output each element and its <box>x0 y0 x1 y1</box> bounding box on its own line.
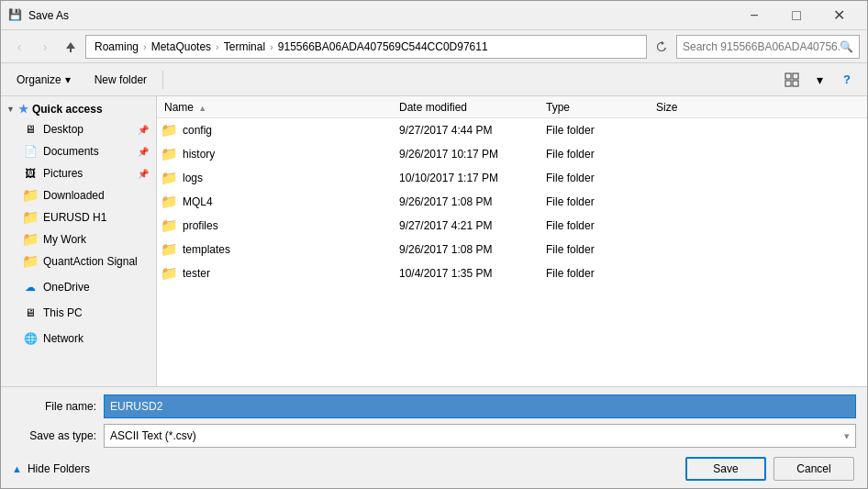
table-row[interactable]: 📁 logs 10/10/2017 1:17 PM File folder <box>157 166 867 190</box>
breadcrumb-part-roaming[interactable]: Roaming <box>92 39 141 54</box>
file-date: 9/26/2017 10:17 PM <box>399 148 546 161</box>
sidebar-item-thispc[interactable]: 🖥 This PC <box>1 302 156 324</box>
table-row[interactable]: 📁 history 9/26/2017 10:17 PM File folder <box>157 142 867 166</box>
column-date[interactable]: Date modified <box>399 101 546 114</box>
file-date: 9/26/2017 1:08 PM <box>399 243 546 256</box>
toolbar-separator <box>162 71 163 89</box>
view-arrow-icon: ▾ <box>817 72 823 87</box>
sidebar-item-eurusd[interactable]: 📁 EURUSD H1 <box>1 206 156 228</box>
sidebar-item-onedrive-label: OneDrive <box>43 281 90 294</box>
organize-label: Organize <box>17 73 61 86</box>
quick-access-label: Quick access <box>32 103 103 116</box>
savetype-value: ASCII Text (*.csv) <box>110 429 196 442</box>
refresh-button[interactable] <box>651 35 673 59</box>
maximize-button[interactable]: □ <box>775 1 818 30</box>
breadcrumb-part-hash[interactable]: 915566BA06ADA407569C544CC0D97611 <box>275 39 491 54</box>
folder-icon: 📁 <box>161 122 177 139</box>
sidebar-item-network[interactable]: 🌐 Network <box>1 328 156 350</box>
hide-folders-arrow: ▲ <box>12 463 22 474</box>
view-mode-icon <box>785 72 799 87</box>
table-row[interactable]: 📁 templates 9/26/2017 1:08 PM File folde… <box>157 238 867 261</box>
file-type: File folder <box>546 219 656 232</box>
new-folder-button[interactable]: New folder <box>86 67 155 93</box>
help-button[interactable]: ? <box>834 67 860 93</box>
sidebar-item-quantaction[interactable]: 📁 QuantAction Signal <box>1 250 156 272</box>
save-button[interactable]: Save <box>685 457 766 481</box>
search-icon: 🔍 <box>840 40 853 53</box>
folder-icon: 📁 <box>161 170 177 186</box>
file-date: 10/10/2017 1:17 PM <box>399 172 546 184</box>
sidebar-item-downloaded[interactable]: 📁 Downloaded <box>1 184 156 206</box>
sidebar-onedrive-section: ☁ OneDrive <box>1 276 156 298</box>
hide-folders-row[interactable]: ▲ Hide Folders <box>12 462 90 475</box>
filename-input[interactable] <box>104 395 856 418</box>
organize-button[interactable]: Organize ▾ <box>8 67 79 93</box>
sidebar: ▼ ★ Quick access 🖥 Desktop 📌 📄 Documents… <box>1 96 157 386</box>
folder-icon: 📁 <box>161 194 177 210</box>
file-name-text: config <box>183 124 212 137</box>
file-name-text: history <box>183 148 215 161</box>
sidebar-item-thispc-label: This PC <box>43 306 83 319</box>
file-type: File folder <box>546 124 656 137</box>
savetype-arrow: ▾ <box>844 430 850 442</box>
eurusd-icon: 📁 <box>23 210 38 225</box>
filename-row: File name: <box>12 395 856 418</box>
sidebar-item-eurusd-label: EURUSD H1 <box>43 211 106 224</box>
search-box[interactable]: 🔍 <box>676 35 860 59</box>
documents-pin-icon: 📌 <box>138 147 149 157</box>
file-type: File folder <box>546 267 656 280</box>
svg-rect-4 <box>793 81 798 86</box>
column-type[interactable]: Type <box>546 101 656 114</box>
table-row[interactable]: 📁 config 9/27/2017 4:44 PM File folder <box>157 118 867 142</box>
sidebar-item-desktop[interactable]: 🖥 Desktop 📌 <box>1 118 156 140</box>
button-row: Save Cancel <box>685 457 856 481</box>
column-name[interactable]: Name ▲ <box>161 101 399 114</box>
view-mode-button[interactable] <box>779 67 805 93</box>
bottom-panel: File name: Save as type: ASCII Text (*.c… <box>1 386 867 488</box>
table-row[interactable]: 📁 MQL4 9/26/2017 1:08 PM File folder <box>157 190 867 214</box>
file-type: File folder <box>546 243 656 256</box>
toolbar-row: Organize ▾ New folder ▾ ? <box>1 63 867 96</box>
file-date: 9/27/2017 4:44 PM <box>399 124 546 137</box>
minimize-button[interactable]: − <box>733 1 775 30</box>
table-row[interactable]: 📁 tester 10/4/2017 1:35 PM File folder <box>157 261 867 285</box>
file-list-header: Name ▲ Date modified Type Size <box>157 96 867 118</box>
cancel-button[interactable]: Cancel <box>773 457 854 481</box>
title-bar-buttons: − □ ✕ <box>733 1 860 30</box>
sidebar-item-documents-label: Documents <box>43 145 99 158</box>
file-list: Name ▲ Date modified Type Size 📁 config <box>157 96 867 386</box>
up-button[interactable] <box>60 36 82 58</box>
sidebar-quick-access-header[interactable]: ▼ ★ Quick access <box>1 100 156 118</box>
sidebar-item-pictures-label: Pictures <box>43 167 83 180</box>
desktop-icon: 🖥 <box>23 122 38 137</box>
sidebar-item-onedrive[interactable]: ☁ OneDrive <box>1 276 156 298</box>
quantaction-icon: 📁 <box>23 254 38 269</box>
hide-folders-label: Hide Folders <box>28 462 90 475</box>
file-name-text: MQL4 <box>183 195 213 208</box>
onedrive-icon: ☁ <box>23 280 38 295</box>
pictures-icon: 🖼 <box>23 166 38 181</box>
breadcrumb-part-metaquotes[interactable]: MetaQuotes <box>149 39 214 54</box>
folder-icon: 📁 <box>161 241 177 258</box>
forward-button[interactable]: › <box>34 36 56 58</box>
back-button[interactable]: ‹ <box>8 36 30 58</box>
savetype-select[interactable]: ASCII Text (*.csv) ▾ <box>104 424 856 448</box>
sidebar-item-mywork[interactable]: 📁 My Work <box>1 228 156 250</box>
address-bar[interactable]: Roaming › MetaQuotes › Terminal › 915566… <box>85 35 647 59</box>
organize-arrow: ▾ <box>65 73 71 86</box>
search-input[interactable] <box>683 40 840 53</box>
table-row[interactable]: 📁 profiles 9/27/2017 4:21 PM File folder <box>157 214 867 238</box>
file-name-text: logs <box>183 172 203 184</box>
view-controls: ▾ ? <box>779 67 860 93</box>
sidebar-item-network-label: Network <box>43 332 83 345</box>
svg-rect-0 <box>70 49 72 52</box>
column-size[interactable]: Size <box>656 101 729 114</box>
file-date: 9/26/2017 1:08 PM <box>399 195 546 208</box>
breadcrumb-part-terminal[interactable]: Terminal <box>221 39 268 54</box>
sidebar-item-documents[interactable]: 📄 Documents 📌 <box>1 140 156 162</box>
sidebar-item-pictures[interactable]: 🖼 Pictures 📌 <box>1 162 156 184</box>
window: 💾 Save As − □ ✕ ‹ › Roaming › MetaQuotes… <box>0 0 868 489</box>
view-dropdown-button[interactable]: ▾ <box>807 67 832 93</box>
file-type: File folder <box>546 148 656 161</box>
close-button[interactable]: ✕ <box>818 1 860 30</box>
